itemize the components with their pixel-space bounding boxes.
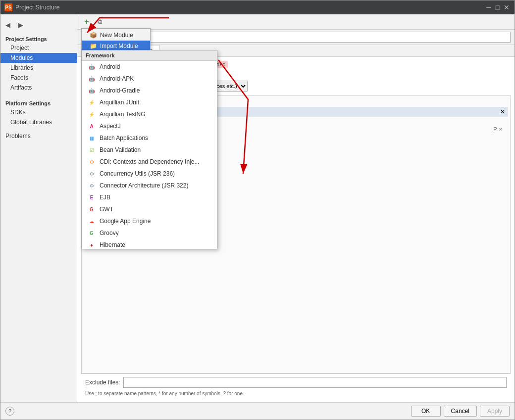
framework-item-google-app-engine[interactable]: ☁ Google App Engine (82, 215, 217, 227)
aspectj-label: AspectJ (100, 123, 121, 130)
sidebar-item-project[interactable]: Project (0, 43, 77, 53)
import-module-icon: 📁 (90, 43, 97, 49)
exclude-files-input[interactable] (123, 377, 507, 388)
framework-item-groovy[interactable]: G Groovy (82, 227, 217, 239)
new-module-icon: 📦 (90, 32, 97, 39)
bottom-right: OK Cancel Apply (411, 406, 510, 417)
framework-item-bean-validation[interactable]: ☑ Bean Validation (82, 144, 217, 156)
copy-button[interactable]: ⧉ (94, 16, 105, 27)
arquillian-testng-icon: ⚡ (88, 110, 96, 118)
framework-item-android-gradle[interactable]: 🤖 Android-Gradle (82, 85, 217, 96)
back-button[interactable]: ◀ (2, 19, 13, 30)
project-structure-window: PS Project Structure ─ □ ✕ ◀ ▶ Project S… (0, 0, 515, 420)
android-apk-label: Android-APK (100, 75, 134, 82)
sidebar-item-sdks[interactable]: SDKs (0, 107, 77, 117)
hibernate-label: Hibernate (100, 241, 125, 248)
framework-popup-header: Framework (82, 50, 217, 61)
arquillian-junit-icon: ⚡ (88, 98, 96, 106)
sidebar-item-libraries[interactable]: Libraries (0, 63, 77, 73)
framework-item-cdi[interactable]: ⚙ CDI: Contexts and Dependency Inje... (82, 156, 217, 168)
connector-label: Connector Architecture (JSR 322) (100, 182, 188, 189)
google-app-engine-icon: ☁ (88, 217, 96, 225)
sidebar-item-global-libraries[interactable]: Global Libraries (0, 117, 77, 127)
import-module-label: Import Module (100, 43, 138, 49)
bean-validation-label: Bean Validation (100, 146, 141, 153)
cdi-icon: ⚙ (88, 158, 96, 166)
app-icon: PS (4, 3, 12, 11)
close-button[interactable]: ✕ (503, 3, 511, 11)
ejb-label: EJB (100, 194, 110, 201)
framework-popup: Framework 🤖 Android 🤖 Android-APK 🤖 Andr… (81, 50, 217, 249)
forward-button[interactable]: ▶ (15, 19, 26, 30)
name-input[interactable] (102, 32, 511, 43)
cancel-button[interactable]: Cancel (444, 406, 477, 417)
add-button[interactable]: + (81, 16, 92, 27)
framework-item-arquillian-testng[interactable]: ⚡ Arquillian TestNG (82, 108, 217, 120)
batch-icon: ▦ (88, 134, 96, 142)
exclude-files-label: Exclude files: (85, 379, 120, 386)
maximize-button[interactable]: □ (494, 3, 502, 11)
sidebar-item-artifacts[interactable]: Artifacts (0, 83, 77, 93)
gwt-icon: G (88, 205, 96, 213)
add-dropdown: 📦 New Module 📁 Import Module (81, 28, 151, 53)
main-content: ◀ ▶ Project Settings Project Modules Lib… (0, 14, 515, 402)
framework-item-gwt[interactable]: G GWT (82, 203, 217, 215)
framework-item-arquillian-junit[interactable]: ⚡ Arquillian JUnit (82, 96, 217, 108)
bottom-left: ? (5, 407, 14, 416)
title-bar: PS Project Structure ─ □ ✕ (0, 0, 515, 14)
batch-label: Batch Applications (100, 135, 148, 141)
concurrency-label: Concurrency Utils (JSR 236) (100, 170, 175, 177)
framework-item-ejb[interactable]: E EJB (82, 191, 217, 203)
sidebar-toolbar: ◀ ▶ (0, 18, 77, 31)
connector-icon: ⚙ (88, 182, 96, 189)
framework-item-batch[interactable]: ▦ Batch Applications (82, 132, 217, 144)
android-label: Android (100, 63, 120, 70)
window-title: Project Structure (15, 4, 59, 11)
source-folder-edit-icon[interactable]: Р (493, 126, 497, 132)
minimize-button[interactable]: ─ (485, 3, 493, 11)
source-folder-controls: Р × (493, 126, 502, 132)
concurrency-icon: ⚙ (88, 170, 96, 178)
android-gradle-icon: 🤖 (88, 87, 96, 94)
source-folder-remove-icon[interactable]: × (499, 126, 502, 132)
framework-item-android-apk[interactable]: 🤖 Android-APK (82, 73, 217, 85)
bottom-bar: ? OK Cancel Apply (0, 402, 515, 420)
google-app-engine-label: Google App Engine (100, 218, 151, 225)
bean-validation-icon: ☑ (88, 146, 96, 154)
project-settings-label: Project Settings (0, 33, 77, 43)
hibernate-icon: ♦ (88, 241, 96, 249)
framework-item-android[interactable]: 🤖 Android (82, 61, 217, 73)
framework-item-concurrency[interactable]: ⚙ Concurrency Utils (JSR 236) (82, 168, 217, 180)
add-new-module-item[interactable]: 📦 New Module (82, 30, 150, 41)
arquillian-junit-label: Arquillian JUnit (100, 99, 139, 106)
content-root-close-icon[interactable]: ✕ (500, 108, 505, 115)
ok-button[interactable]: OK (411, 406, 441, 417)
exclude-hint: Use ; to separate name patterns, * for a… (81, 391, 511, 398)
groovy-icon: G (88, 229, 96, 237)
framework-list: 🤖 Android 🤖 Android-APK 🤖 Android-Gradle… (82, 61, 217, 249)
apply-button[interactable]: Apply (480, 406, 510, 417)
gwt-label: GWT (100, 206, 113, 213)
new-module-label: New Module (100, 32, 133, 39)
framework-item-aspectj[interactable]: A AspectJ (82, 120, 217, 132)
aspectj-icon: A (88, 122, 96, 130)
cdi-label: CDI: Contexts and Dependency Inje... (100, 158, 199, 165)
framework-item-connector[interactable]: ⚙ Connector Architecture (JSR 322) (82, 180, 217, 191)
title-bar-controls: ─ □ ✕ (485, 3, 511, 11)
framework-item-hibernate[interactable]: ♦ Hibernate (82, 239, 217, 249)
android-icon: 🤖 (88, 63, 96, 71)
sidebar-item-modules[interactable]: Modules (0, 53, 77, 63)
arquillian-testng-label: Arquillian TestNG (100, 111, 145, 118)
sidebar-item-facets[interactable]: Facets (0, 73, 77, 83)
sidebar: ◀ ▶ Project Settings Project Modules Lib… (0, 14, 77, 402)
platform-settings-label: Platform Settings (0, 97, 77, 107)
title-bar-left: PS Project Structure (4, 3, 59, 11)
sidebar-item-problems[interactable]: Problems (0, 131, 77, 141)
exclude-files-row: Exclude files: (81, 373, 511, 391)
module-toolbar: + ⧉ (77, 14, 515, 30)
android-gradle-label: Android-Gradle (100, 87, 140, 94)
add-dropdown-menu: 📦 New Module 📁 Import Module (81, 28, 151, 53)
ejb-icon: E (88, 193, 96, 201)
help-button[interactable]: ? (5, 407, 14, 416)
groovy-label: Groovy (100, 230, 119, 236)
